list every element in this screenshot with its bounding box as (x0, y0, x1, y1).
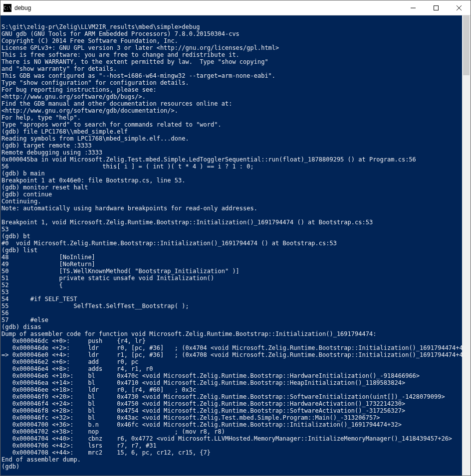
scrollbar-thumb[interactable] (463, 15, 470, 75)
app-icon: C:\ (3, 4, 11, 12)
window-title: debug (14, 4, 31, 11)
minimize-button[interactable] (402, 0, 425, 15)
maximize-icon (434, 5, 439, 10)
close-button[interactable] (448, 0, 471, 15)
svg-rect-0 (434, 5, 439, 10)
window-titlebar: C:\ debug (0, 0, 471, 15)
minimize-icon (411, 5, 416, 10)
maximize-button[interactable] (425, 0, 448, 15)
window-controls (402, 0, 471, 15)
terminal-output[interactable]: S:\git\zelig-pr\Zelig\LLVM2IR_results\mb… (0, 15, 462, 476)
vertical-scrollbar[interactable] (462, 15, 471, 476)
terminal-container: S:\git\zelig-pr\Zelig\LLVM2IR_results\mb… (0, 15, 471, 476)
close-icon (457, 5, 462, 10)
